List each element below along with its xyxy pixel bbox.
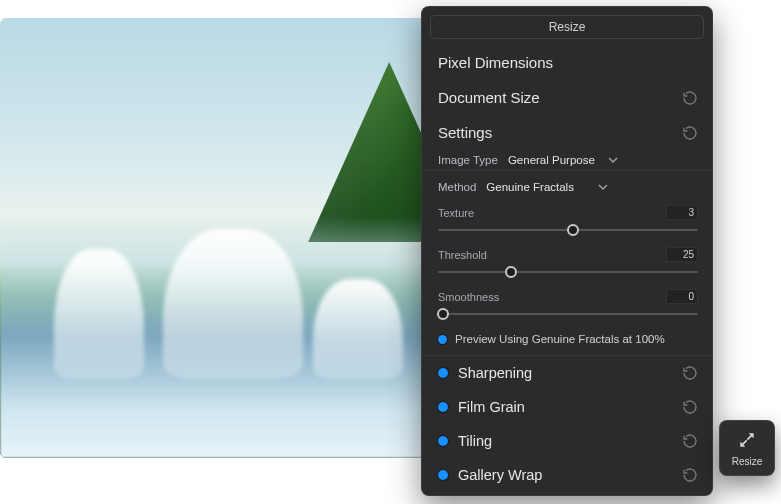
toggle-indicator	[438, 470, 448, 480]
checkbox-indicator	[438, 335, 447, 344]
toggle-label: Gallery Wrap	[458, 467, 542, 483]
toggle-tiling[interactable]: Tiling	[422, 424, 712, 458]
reset-icon[interactable]	[682, 125, 698, 141]
button-label: Resize	[732, 456, 763, 467]
slider-thumb[interactable]	[567, 224, 579, 236]
toggle-label: Tiling	[458, 433, 492, 449]
slider-value[interactable]: 25	[666, 247, 698, 262]
reset-icon[interactable]	[682, 399, 698, 415]
toggle-film-grain[interactable]: Film Grain	[422, 390, 712, 424]
section-label: Document Size	[438, 89, 540, 106]
toggle-label: Film Grain	[458, 399, 525, 415]
toggle-gallery-wrap[interactable]: Gallery Wrap	[422, 458, 712, 492]
toggle-label: Sharpening	[458, 365, 532, 381]
reset-icon[interactable]	[682, 365, 698, 381]
section-document-size[interactable]: Document Size	[422, 80, 712, 115]
section-label: Pixel Dimensions	[438, 54, 553, 71]
dropdown-value: Genuine Fractals	[486, 181, 574, 193]
expand-icon	[737, 430, 757, 452]
resize-panel: Resize Pixel Dimensions Document Size Se…	[421, 6, 713, 496]
image-type-dropdown[interactable]: Image Type General Purpose	[422, 150, 712, 170]
slider-thumb[interactable]	[505, 266, 517, 278]
section-pixel-dimensions[interactable]: Pixel Dimensions	[422, 45, 712, 80]
toggle-indicator	[438, 368, 448, 378]
reset-icon[interactable]	[682, 90, 698, 106]
dropdown-value: General Purpose	[508, 154, 595, 166]
smoothness-slider[interactable]: Smoothness 0	[422, 281, 712, 323]
toggle-indicator	[438, 402, 448, 412]
section-settings[interactable]: Settings	[422, 115, 712, 150]
method-dropdown[interactable]: Method Genuine Fractals	[422, 171, 712, 197]
slider-value[interactable]: 3	[666, 205, 698, 220]
field-label: Image Type	[438, 154, 498, 166]
slider-label: Texture	[438, 207, 474, 219]
resize-tool-button[interactable]: Resize	[719, 420, 775, 476]
slider-label: Smoothness	[438, 291, 499, 303]
slider-thumb[interactable]	[437, 308, 449, 320]
chevron-down-icon	[608, 155, 618, 165]
slider-value[interactable]: 0	[666, 289, 698, 304]
reset-icon[interactable]	[682, 433, 698, 449]
threshold-slider[interactable]: Threshold 25	[422, 239, 712, 281]
reset-icon[interactable]	[682, 467, 698, 483]
slider-label: Threshold	[438, 249, 487, 261]
checkbox-label: Preview Using Genuine Fractals at 100%	[455, 333, 665, 345]
toggle-sharpening[interactable]: Sharpening	[422, 356, 712, 390]
preview-checkbox[interactable]: Preview Using Genuine Fractals at 100%	[422, 323, 712, 355]
chevron-down-icon	[598, 182, 608, 192]
field-label: Method	[438, 181, 476, 193]
section-label: Settings	[438, 124, 492, 141]
toggle-indicator	[438, 436, 448, 446]
panel-title: Resize	[430, 15, 704, 39]
texture-slider[interactable]: Texture 3	[422, 197, 712, 239]
